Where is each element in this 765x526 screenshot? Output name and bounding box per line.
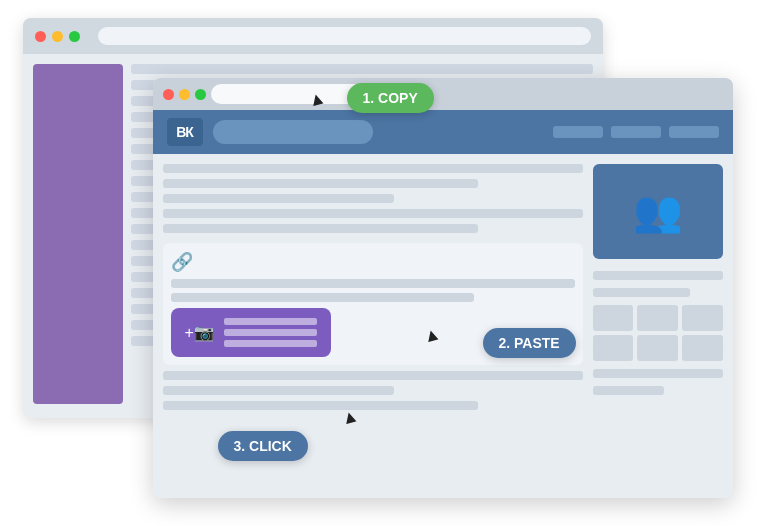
vk-nav-items xyxy=(553,126,719,138)
link-icon: 🔗 xyxy=(171,251,575,273)
vk-right-line-4 xyxy=(593,386,665,395)
vk-right-line-1 xyxy=(593,271,723,280)
upload-line-1 xyxy=(224,318,317,325)
titlebar-front xyxy=(153,78,733,110)
addressbar-back xyxy=(98,27,591,45)
titlebar-back xyxy=(23,18,603,54)
vk-line-8 xyxy=(163,401,478,410)
dot-yellow-front xyxy=(179,89,190,100)
vk-nav-1 xyxy=(553,126,603,138)
upload-lines xyxy=(224,318,317,347)
vk-navbar: ВК xyxy=(153,110,733,154)
grid-cell-6 xyxy=(682,335,723,361)
step-paste-label: 2. PASTE xyxy=(483,328,576,358)
post-line-1 xyxy=(171,279,575,288)
vk-logo: ВК xyxy=(167,118,203,146)
avatar-block: 👥 xyxy=(593,164,723,259)
upload-line-2 xyxy=(224,329,317,336)
dot-green-front xyxy=(195,89,206,100)
vk-line-1 xyxy=(163,164,583,173)
upload-line-3 xyxy=(224,340,317,347)
vk-line-2 xyxy=(163,179,478,188)
vk-right-column: 👥 xyxy=(593,164,723,488)
vk-line-4 xyxy=(163,209,583,218)
plus-camera-icon: +📷 xyxy=(185,323,214,342)
vk-line-7 xyxy=(163,386,394,395)
grid-cell-1 xyxy=(593,305,634,331)
vk-right-line-2 xyxy=(593,288,691,297)
grid-cell-5 xyxy=(637,335,678,361)
grid-cell-3 xyxy=(682,305,723,331)
step-copy-label: 1. COPY xyxy=(347,83,434,113)
vk-nav-2 xyxy=(611,126,661,138)
vk-right-line-3 xyxy=(593,369,723,378)
scene: ВК 🔗 xyxy=(23,18,743,508)
vk-line-5 xyxy=(163,224,478,233)
grid-cell-4 xyxy=(593,335,634,361)
step-click-label: 3. CLICK xyxy=(218,431,308,461)
post-line-2 xyxy=(171,293,474,302)
sidebar-back xyxy=(33,64,123,404)
vk-line-6 xyxy=(163,371,583,380)
vk-line-3 xyxy=(163,194,394,203)
people-icon: 👥 xyxy=(633,188,683,235)
post-lines xyxy=(171,279,575,302)
upload-card[interactable]: +📷 xyxy=(171,308,331,357)
vk-search-bar xyxy=(213,120,373,144)
dot-green xyxy=(69,31,80,42)
line-1 xyxy=(131,64,593,74)
photo-grid xyxy=(593,305,723,361)
dot-yellow xyxy=(52,31,63,42)
dot-red-front xyxy=(163,89,174,100)
dot-red xyxy=(35,31,46,42)
grid-cell-2 xyxy=(637,305,678,331)
vk-nav-3 xyxy=(669,126,719,138)
